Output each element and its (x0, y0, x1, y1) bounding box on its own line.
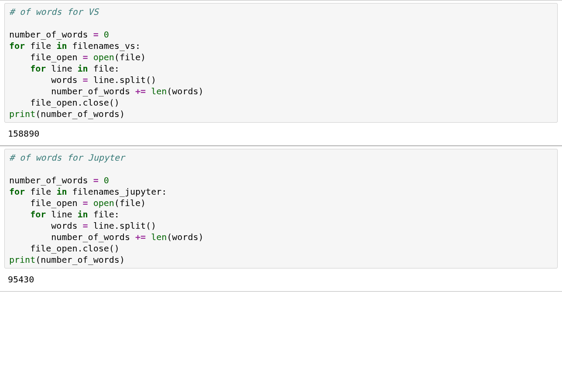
code-token: (words) (167, 86, 203, 96)
augassign-op: += (135, 86, 146, 96)
assign-op: = (83, 75, 88, 85)
code-token: file_open.close() (9, 97, 120, 108)
code-token: line (46, 63, 77, 74)
code-token: (file) (114, 198, 146, 208)
keyword-in: in (56, 186, 67, 197)
code-token (146, 86, 151, 96)
code-token: line.split() (88, 75, 157, 85)
code-cell-1: # of words for VS number_of_words = 0 fo… (0, 0, 562, 146)
code-token (9, 63, 30, 74)
keyword-for: for (9, 41, 25, 51)
code-token: file (25, 41, 56, 51)
code-input-2[interactable]: # of words for Jupyter number_of_words =… (4, 149, 558, 268)
assign-op: = (83, 52, 88, 62)
code-token: words (9, 75, 83, 85)
code-token: file: (88, 63, 120, 74)
code-output-2: 95430 (4, 270, 558, 289)
code-token: file: (88, 209, 120, 220)
code-token: line (46, 209, 77, 220)
keyword-for: for (30, 63, 46, 74)
code-token: (number_of_words) (35, 109, 125, 119)
code-token: line.split() (88, 220, 157, 231)
code-token: number_of_words (9, 232, 135, 242)
assign-op: = (93, 175, 99, 186)
code-token: words (9, 220, 83, 231)
code-token: file_open.close() (9, 243, 120, 254)
keyword-for: for (9, 186, 25, 197)
keyword-in: in (78, 63, 88, 74)
assign-op: = (83, 198, 88, 208)
code-token: file_open (9, 52, 83, 62)
builtin-open: open (93, 198, 114, 208)
code-token: number_of_words (9, 86, 135, 96)
code-token (99, 29, 104, 40)
number-literal: 0 (104, 175, 109, 186)
augassign-op: += (135, 232, 146, 242)
code-token (88, 198, 93, 208)
builtin-len: len (151, 86, 167, 96)
code-token: filenames_vs: (67, 41, 140, 51)
builtin-print: print (9, 109, 35, 119)
code-token: filenames_jupyter: (67, 186, 167, 197)
code-output-1: 158890 (4, 124, 558, 143)
code-token: (words) (167, 232, 203, 242)
code-token (99, 175, 104, 186)
code-token (88, 52, 93, 62)
builtin-len: len (151, 232, 167, 242)
code-cell-2: # of words for Jupyter number_of_words =… (0, 146, 562, 292)
assign-op: = (83, 220, 88, 231)
code-token: number_of_words (9, 29, 93, 40)
number-literal: 0 (104, 29, 109, 40)
code-token: (file) (114, 52, 146, 62)
code-token: file (25, 186, 56, 197)
code-token (9, 209, 30, 220)
keyword-in: in (78, 209, 88, 220)
builtin-open: open (93, 52, 114, 62)
code-token: file_open (9, 198, 83, 208)
code-token: (number_of_words) (35, 254, 125, 265)
code-token: number_of_words (9, 175, 93, 186)
keyword-in: in (56, 41, 67, 51)
builtin-print: print (9, 254, 35, 265)
assign-op: = (93, 29, 99, 40)
keyword-for: for (30, 209, 46, 220)
code-comment: # of words for VS (9, 7, 99, 17)
code-input-1[interactable]: # of words for VS number_of_words = 0 fo… (4, 3, 558, 123)
code-comment: # of words for Jupyter (9, 152, 125, 163)
code-token (146, 232, 151, 242)
